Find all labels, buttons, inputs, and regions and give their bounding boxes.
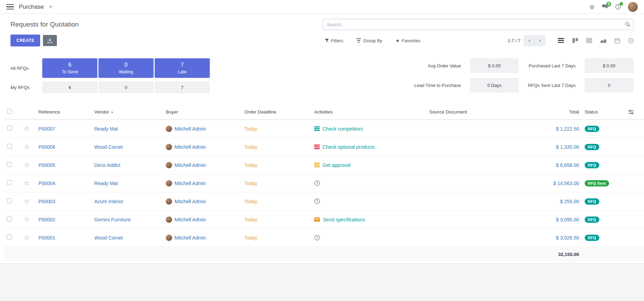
row-checkbox[interactable] (7, 126, 12, 131)
kanban-view-icon[interactable] (572, 38, 578, 43)
buyer-link[interactable]: Mitchell Admin (175, 126, 206, 132)
buyer-link[interactable]: Mitchell Admin (175, 217, 206, 222)
activity-link[interactable]: Get approval (323, 162, 350, 168)
favorite-star-icon[interactable]: ☆ (24, 143, 30, 150)
reference-link[interactable]: P00002 (38, 217, 55, 222)
download-icon (47, 38, 52, 43)
kpi-waiting[interactable]: 0 Waiting (98, 58, 154, 78)
reference-link[interactable]: P00004 (38, 181, 55, 186)
favorite-star-icon[interactable]: ☆ (24, 234, 30, 241)
header-total[interactable]: Total (509, 104, 582, 120)
search-icon[interactable] (625, 22, 630, 27)
activity-list-icon[interactable] (314, 126, 320, 131)
my-kpi-to-send[interactable]: 6 (42, 81, 97, 93)
activity-list-icon[interactable] (314, 163, 320, 167)
kpi-to-send[interactable]: 6 To Send (42, 58, 97, 78)
graph-view-icon[interactable] (600, 38, 606, 43)
table-row[interactable]: ☆P00007Ready MatMitchell AdminTodayCheck… (4, 120, 644, 138)
table-row[interactable]: ☆P00003Azure InteriorMitchell AdminToday… (4, 192, 644, 211)
favorites-label: Favorites (402, 38, 420, 43)
activity-link[interactable]: Check optional products (323, 144, 375, 150)
my-kpi-waiting[interactable]: 0 (98, 81, 154, 93)
status-badge: RFQ (585, 235, 599, 241)
clock-icon[interactable] (314, 180, 320, 186)
activity-view-icon[interactable] (628, 38, 634, 43)
activities-clock-icon[interactable] (615, 4, 621, 10)
clock-icon[interactable] (314, 198, 320, 204)
favorite-star-icon[interactable]: ☆ (24, 179, 30, 187)
row-checkbox[interactable] (7, 198, 12, 203)
create-button[interactable]: CREATE (10, 35, 40, 46)
favorite-star-icon[interactable]: ☆ (24, 198, 30, 205)
reference-link[interactable]: P00007 (38, 126, 55, 132)
user-avatar[interactable] (628, 2, 638, 12)
source-document (427, 174, 509, 192)
pager-previous-button[interactable]: ‹ (524, 35, 535, 46)
vendor-link[interactable]: Deco Addict (94, 162, 120, 168)
vendor-link[interactable]: Gemini Furniture (94, 217, 131, 222)
debug-bug-icon[interactable] (589, 4, 595, 10)
my-kpi-late[interactable]: 7 (155, 81, 210, 93)
activity-link[interactable]: Send specifications (323, 217, 365, 222)
new-tab-plus-button[interactable]: + (49, 3, 53, 10)
kpi-late[interactable]: 7 Late (155, 58, 210, 78)
favorites-button[interactable]: ★ Favorites (393, 38, 422, 44)
hamburger-menu-icon[interactable] (6, 3, 14, 11)
vendor-link[interactable]: Ready Mat (94, 126, 118, 132)
header-vendor[interactable]: Vendor▾ (91, 104, 163, 120)
app-name[interactable]: Purchase (19, 3, 44, 10)
favorite-star-icon[interactable]: ☆ (24, 125, 30, 132)
messages-icon[interactable]: 5 (602, 4, 608, 9)
list-view-icon[interactable] (558, 38, 564, 43)
source-document (427, 229, 509, 247)
table-row[interactable]: ☆P00004Ready MatMitchell AdminToday$ 14,… (4, 174, 644, 192)
reference-link[interactable]: P00003 (38, 199, 55, 204)
filters-button[interactable]: Filters (323, 38, 345, 44)
pivot-view-icon[interactable] (586, 38, 592, 43)
clock-icon[interactable] (314, 235, 320, 241)
group-by-button[interactable]: Group By (354, 38, 384, 44)
calendar-view-icon[interactable] (615, 38, 620, 43)
avg-order-value-label: Avg Order Value (414, 63, 461, 68)
header-buyer[interactable]: Buyer (163, 104, 242, 120)
header-status[interactable]: Status (582, 104, 626, 120)
header-reference[interactable]: Reference (36, 104, 91, 120)
vendor-link[interactable]: Azure Interior (94, 199, 124, 204)
row-checkbox[interactable] (7, 216, 12, 221)
all-rfqs-label: All RFQs (10, 66, 41, 71)
vendor-link[interactable]: Wood Corner (94, 235, 123, 241)
table-row[interactable]: ☆P00005Deco AddictMitchell AdminTodayGet… (4, 156, 644, 174)
favorite-star-icon[interactable]: ☆ (24, 216, 30, 223)
reference-link[interactable]: P00001 (38, 235, 55, 241)
buyer-link[interactable]: Mitchell Admin (175, 144, 206, 150)
optional-columns-icon[interactable] (628, 110, 642, 115)
source-document (427, 211, 509, 229)
row-checkbox[interactable] (7, 235, 12, 240)
export-button[interactable] (43, 35, 57, 46)
row-checkbox[interactable] (7, 180, 12, 185)
table-row[interactable]: ☆P00001Wood CornerMitchell AdminToday$ 3… (4, 229, 644, 247)
pager-next-button[interactable]: › (534, 35, 545, 46)
row-checkbox[interactable] (7, 144, 12, 149)
buyer-link[interactable]: Mitchell Admin (175, 235, 206, 241)
table-row[interactable]: ☆P00006Wood CornerMitchell AdminTodayChe… (4, 138, 644, 156)
select-all-checkbox[interactable] (7, 109, 12, 114)
header-source-document[interactable]: Source Document (427, 104, 509, 120)
buyer-link[interactable]: Mitchell Admin (175, 162, 206, 168)
search-input[interactable] (323, 19, 634, 30)
table-row[interactable]: ☆P00002Gemini FurnitureMitchell AdminTod… (4, 211, 644, 229)
envelope-icon[interactable] (314, 217, 320, 222)
rfqs-sent-last-7-days-label: RFQs Sent Last 7 Days (528, 83, 576, 88)
row-checkbox[interactable] (7, 162, 12, 167)
reference-link[interactable]: P00006 (38, 144, 55, 150)
activity-list-icon[interactable] (314, 145, 320, 149)
activity-link[interactable]: Check competitors (323, 126, 363, 132)
vendor-link[interactable]: Ready Mat (94, 181, 118, 186)
favorite-star-icon[interactable]: ☆ (24, 161, 30, 169)
header-order-deadline[interactable]: Order Deadline (242, 104, 311, 120)
reference-link[interactable]: P00005 (38, 162, 55, 168)
header-activities[interactable]: Activities (311, 104, 427, 120)
buyer-link[interactable]: Mitchell Admin (175, 199, 206, 204)
vendor-link[interactable]: Wood Corner (94, 144, 123, 150)
buyer-link[interactable]: Mitchell Admin (175, 181, 206, 186)
